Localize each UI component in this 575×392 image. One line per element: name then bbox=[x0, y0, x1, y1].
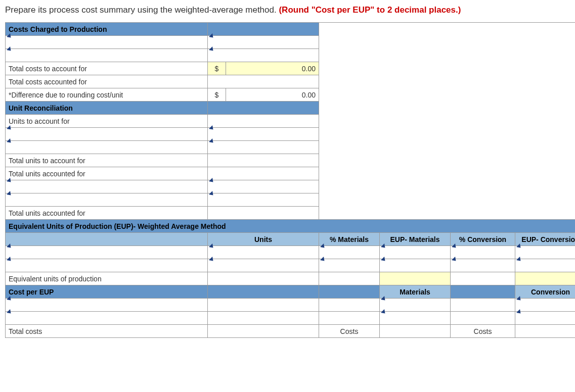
section-eup: Equivalent Units of Production (EUP)- We… bbox=[6, 220, 576, 233]
eup-line-1-eup-mat[interactable] bbox=[380, 246, 451, 259]
cpe-line-2-mat[interactable] bbox=[380, 312, 451, 325]
total-units-accounted-for-b: Total units accounted for bbox=[6, 207, 208, 220]
cost-per-eup-fill1 bbox=[208, 285, 319, 299]
total-units-account-for-value[interactable] bbox=[208, 154, 319, 167]
unit-line-2-value[interactable] bbox=[208, 141, 319, 154]
eup-line-2-eup-conv[interactable] bbox=[515, 259, 576, 272]
eup-line-2-eup-mat[interactable] bbox=[380, 259, 451, 272]
cost-line-2-value[interactable] bbox=[208, 49, 319, 62]
instruction-prefix: Prepare its process cost summary using t… bbox=[5, 5, 279, 15]
eup-line-1-eup-conv[interactable] bbox=[515, 246, 576, 259]
eup-line-2-pct-conv[interactable] bbox=[451, 259, 515, 272]
total-costs-account-for: Total costs to account for bbox=[6, 62, 208, 75]
eup-row-units[interactable] bbox=[208, 272, 319, 285]
eup-line-2-units[interactable] bbox=[208, 259, 319, 272]
total-units-account-for: Total units to account for bbox=[6, 154, 208, 167]
cpe-line-1-mat[interactable] bbox=[380, 299, 451, 312]
total-units-accounted-for-a: Total units accounted for bbox=[6, 167, 208, 180]
total-costs-c2[interactable] bbox=[208, 325, 319, 338]
total-costs-conv[interactable] bbox=[515, 325, 576, 338]
dollar-sym-2: $ bbox=[208, 88, 226, 102]
cost-per-eup-fill3 bbox=[451, 285, 515, 299]
total-costs-costs-label-1: Costs bbox=[319, 325, 380, 338]
dollar-sym-1: $ bbox=[208, 62, 226, 75]
eup-row-label: Equivalent units of production bbox=[6, 272, 208, 285]
cpe-line-1-c3[interactable] bbox=[319, 299, 380, 312]
total-costs-label: Total costs bbox=[6, 325, 208, 338]
eup-col-eup-conversion: EUP- Conversion bbox=[515, 233, 576, 246]
cost-per-eup-fill2 bbox=[319, 285, 380, 299]
eup-col-blank bbox=[6, 233, 208, 246]
unit-line-1-value[interactable] bbox=[208, 128, 319, 141]
section-costs-charged-fill bbox=[208, 23, 319, 36]
cpe-line-2-c2[interactable] bbox=[208, 312, 319, 325]
cpe-line-2-c5[interactable] bbox=[451, 312, 515, 325]
cost-line-2-label[interactable] bbox=[6, 49, 208, 62]
eup-line-2-label[interactable] bbox=[6, 259, 208, 272]
total-costs-accounted-for-value[interactable] bbox=[208, 75, 319, 88]
cost-per-eup-materials-hdr: Materials bbox=[380, 285, 451, 299]
eup-row-pct-conv[interactable] bbox=[451, 272, 515, 285]
section-costs-charged: Costs Charged to Production bbox=[6, 23, 208, 36]
cpe-line-2-c3[interactable] bbox=[319, 312, 380, 325]
cpe-line-1-label[interactable] bbox=[6, 299, 208, 312]
eup-line-1-pct-mat[interactable] bbox=[319, 246, 380, 259]
cpe-line-1-c2[interactable] bbox=[208, 299, 319, 312]
cost-per-eup-label: Cost per EUP bbox=[6, 285, 208, 299]
units-to-account-for-value[interactable] bbox=[208, 115, 319, 128]
unit-line-3-value[interactable] bbox=[208, 180, 319, 193]
diff-rounding-value: 0.00 bbox=[226, 88, 319, 102]
eup-line-1-pct-conv[interactable] bbox=[451, 246, 515, 259]
diff-rounding: *Difference due to rounding cost/unit bbox=[6, 88, 208, 102]
eup-line-1-units[interactable] bbox=[208, 246, 319, 259]
unit-line-2-label[interactable] bbox=[6, 141, 208, 154]
cpe-line-2-label[interactable] bbox=[6, 312, 208, 325]
unit-line-1-label[interactable] bbox=[6, 128, 208, 141]
unit-line-4-label[interactable] bbox=[6, 193, 208, 207]
process-cost-table: Costs Charged to Production Total costs … bbox=[5, 22, 575, 338]
eup-row-eup-mat[interactable] bbox=[380, 272, 451, 285]
eup-col-pct-materials: % Materials bbox=[319, 233, 380, 246]
eup-col-units: Units bbox=[208, 233, 319, 246]
eup-row-eup-conv[interactable] bbox=[515, 272, 576, 285]
eup-col-pct-conversion: % Conversion bbox=[451, 233, 515, 246]
eup-line-2-pct-mat[interactable] bbox=[319, 259, 380, 272]
cost-line-1-value[interactable] bbox=[208, 36, 319, 49]
eup-col-eup-materials: EUP- Materials bbox=[380, 233, 451, 246]
total-costs-mat[interactable] bbox=[380, 325, 451, 338]
section-unit-recon: Unit Reconciliation bbox=[6, 102, 208, 115]
total-units-accounted-for-b-value[interactable] bbox=[208, 207, 319, 220]
unit-line-4-value[interactable] bbox=[208, 193, 319, 207]
total-costs-costs-label-2: Costs bbox=[451, 325, 515, 338]
cpe-line-1-c5[interactable] bbox=[451, 299, 515, 312]
total-units-accounted-for-a-value[interactable] bbox=[208, 167, 319, 180]
cpe-line-2-conv[interactable] bbox=[515, 312, 576, 325]
instruction-text: Prepare its process cost summary using t… bbox=[5, 5, 570, 15]
units-to-account-for: Units to account for bbox=[6, 115, 208, 128]
eup-row-pct-mat[interactable] bbox=[319, 272, 380, 285]
total-costs-accounted-for: Total costs accounted for bbox=[6, 75, 208, 88]
eup-line-1-label[interactable] bbox=[6, 246, 208, 259]
cost-per-eup-conversion-hdr: Conversion bbox=[515, 285, 576, 299]
cpe-line-1-conv[interactable] bbox=[515, 299, 576, 312]
cost-line-1-label[interactable] bbox=[6, 36, 208, 49]
instruction-red: (Round "Cost per EUP" to 2 decimal place… bbox=[279, 5, 461, 15]
section-unit-recon-fill bbox=[208, 102, 319, 115]
unit-line-3-label[interactable] bbox=[6, 180, 208, 193]
total-costs-account-for-value: 0.00 bbox=[226, 62, 319, 75]
